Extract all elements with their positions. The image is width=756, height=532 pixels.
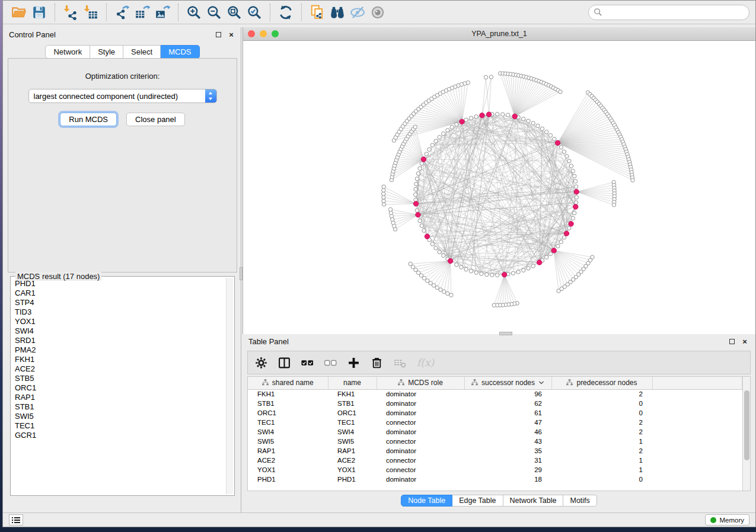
col-name[interactable]: name [328,377,377,389]
mcds-result-item[interactable]: STP4 [12,298,225,307]
table-scrollbar[interactable] [742,377,750,491]
tab-mcds[interactable]: MCDS [161,45,199,59]
splitter-grip[interactable] [240,267,243,280]
save-icon[interactable] [29,3,49,22]
tab-style[interactable]: Style [90,45,123,59]
mcds-result-item[interactable]: FKH1 [12,355,225,364]
mcds-result-item[interactable]: SWI5 [12,412,225,421]
table-row[interactable]: ACE2ACE2connector311 [248,456,742,465]
col-mcds-role[interactable]: MCDS role [377,377,464,389]
mcds-result-item[interactable]: STB1 [12,402,225,412]
tab-select[interactable]: Select [123,45,161,59]
table-scrollbar-thumb[interactable] [744,390,749,460]
zoom-in-icon[interactable] [184,3,204,22]
import-network-icon[interactable] [60,3,81,22]
network-window-titlebar[interactable]: YPA_prune.txt_1 [243,27,755,41]
node-table: shared name name MCDS role successor nod… [247,376,751,491]
tab-network-table[interactable]: Network Table [503,495,564,507]
close-table-panel-icon[interactable]: × [740,336,749,346]
show-eye-icon[interactable] [368,3,388,22]
delete-column-icon[interactable] [371,354,383,371]
application-window: Control Panel × Network Style Select MCD… [2,0,756,527]
mcds-result-item[interactable]: PHD1 [12,279,225,289]
table-row[interactable]: ORC1ORC1dominator610 [248,408,742,418]
network-canvas[interactable] [243,41,755,334]
toolbar-separator [106,4,107,21]
mcds-result-item[interactable]: YOX1 [12,317,225,326]
control-panel-tabs: Network Style Select MCDS [5,45,240,59]
toolbar-separator [301,4,302,21]
mcds-result-item[interactable]: GCR1 [12,431,225,440]
table-row[interactable]: YOX1YOX1connector291 [248,465,742,475]
tab-node-table[interactable]: Node Table [401,495,452,507]
search-binoculars-icon[interactable] [327,3,347,22]
table-row[interactable]: RAP1RAP1dominator352 [248,446,742,456]
toolbar-separator [270,4,270,21]
mcds-result-item[interactable]: PMA2 [12,345,225,355]
close-panel-button[interactable]: Close panel [126,113,185,126]
network-graph[interactable] [243,41,755,334]
table-row[interactable]: SWI5SWI5connector431 [248,437,742,446]
network-window-title: YPA_prune.txt_1 [243,30,755,38]
run-mcds-button[interactable]: Run MCDS [60,113,117,126]
task-history-list-icon[interactable] [9,514,23,525]
search-icon [594,8,602,17]
select-stepper-icon [205,89,216,103]
search-input[interactable] [588,5,749,20]
table-row[interactable]: PHD1PHD1dominator180 [248,475,742,484]
table-settings-gear-icon[interactable] [255,354,267,371]
table-row[interactable]: SWI4SWI4dominator462 [248,427,742,437]
table-row[interactable]: FKH1FKH1dominator962 [248,389,742,399]
export-image-icon[interactable] [152,3,173,22]
mcds-result-group: MCDS result (17 nodes) PHD1CAR1STP4TID3Y… [10,276,235,496]
mcds-result-item[interactable]: TID3 [12,307,225,317]
deselect-all-rows-icon[interactable] [324,354,337,371]
mcds-result-item[interactable]: SWI4 [12,326,225,336]
tab-edge-table[interactable]: Edge Table [452,495,503,507]
hierarchy-icon [471,379,478,386]
col-shared-name[interactable]: shared name [248,377,328,389]
delete-table-icon [394,354,406,371]
float-panel-icon[interactable] [213,30,223,39]
mcds-result-item[interactable]: TEC1 [12,421,225,431]
status-bar: Memory [3,512,755,527]
memory-button[interactable]: Memory [705,514,749,525]
optimization-criterion-label: Optimization criterion: [8,72,237,81]
mcds-result-item[interactable]: RAP1 [12,393,225,402]
mcds-result-item[interactable]: CAR1 [12,289,225,298]
export-network-icon[interactable] [112,3,132,22]
import-table-icon[interactable] [81,3,101,22]
zoom-fit-icon[interactable] [224,3,244,22]
export-table-icon[interactable] [132,3,152,22]
mcds-result-item[interactable]: STB5 [12,374,225,383]
hide-unhide-icon[interactable] [347,3,368,22]
tab-network[interactable]: Network [45,45,90,59]
add-column-icon[interactable] [347,354,360,371]
search-box [588,5,749,20]
copy-share-icon[interactable] [307,3,327,22]
col-successor-nodes[interactable]: successor nodes [464,377,551,389]
control-panel-title: Control Panel [9,30,210,39]
mcds-result-item[interactable]: ACE2 [12,364,225,374]
mcds-result-item[interactable]: SRD1 [12,336,225,345]
table-row[interactable]: TEC1TEC1connector472 [248,418,742,427]
horizontal-splitter-grip[interactable] [499,332,512,335]
mcds-result-item[interactable]: ORC1 [12,383,225,393]
table-header-row: shared name name MCDS role successor nod… [248,377,742,389]
select-all-rows-icon[interactable] [301,354,314,371]
zoom-selected-icon[interactable] [244,3,264,22]
col-predecessor-nodes[interactable]: predecessor nodes [551,377,652,389]
float-table-panel-icon[interactable] [727,336,736,346]
tab-motifs[interactable]: Motifs [563,495,596,507]
refresh-icon[interactable] [276,3,296,22]
show-columns-icon[interactable] [278,354,291,371]
table-panel-tabs: Node Table Edge Table Network Table Moti… [243,495,755,507]
table-row[interactable]: STB1STB1dominator620 [248,399,742,408]
open-folder-icon[interactable] [9,3,29,22]
mcds-list-scrollbar[interactable] [226,278,233,494]
optimization-criterion-select[interactable]: largest connected component (undirected) [28,89,217,103]
zoom-out-icon[interactable] [204,3,224,22]
close-panel-icon[interactable]: × [227,30,236,39]
toolbar-separator [178,4,178,21]
memory-status-icon [710,517,716,523]
